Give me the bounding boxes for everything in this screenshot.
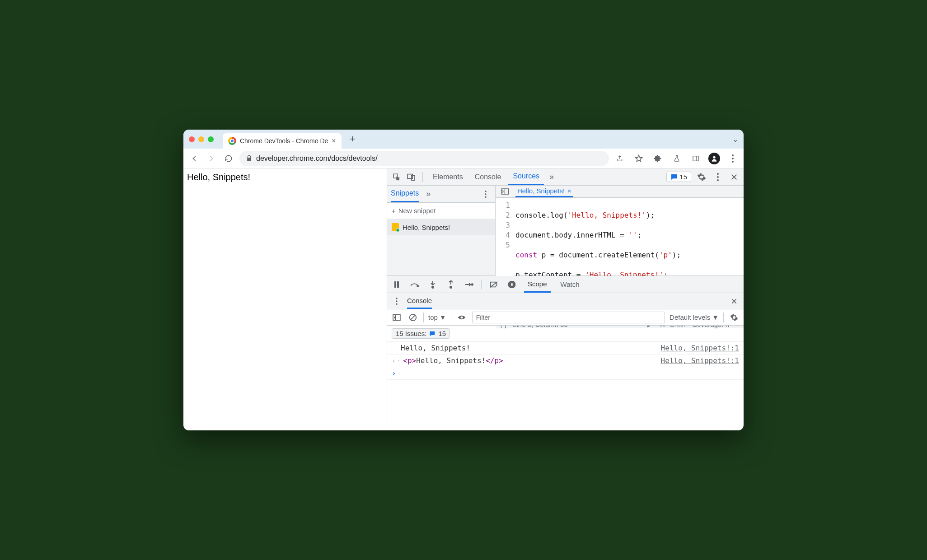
url-text: developer.chrome.com/docs/devtools/ — [256, 154, 378, 163]
console-source-link[interactable]: Hello, Snippets!:1 — [661, 356, 739, 365]
live-expression-icon[interactable] — [456, 312, 468, 323]
more-tabs-icon[interactable]: » — [547, 172, 557, 182]
sidepanel-icon[interactable] — [689, 152, 702, 165]
browser-tab[interactable]: Chrome DevTools - Chrome De × — [223, 133, 342, 149]
extensions-icon[interactable] — [651, 152, 664, 165]
line-number: 2 — [496, 210, 510, 220]
device-toggle-icon[interactable] — [405, 171, 417, 183]
console-settings-icon[interactable] — [728, 312, 740, 323]
snippets-column: Snippets » + New snippet Hello, Snippets… — [387, 186, 496, 275]
browser-window: Chrome DevTools - Chrome De × + ⌄ develo… — [183, 130, 744, 430]
expand-icon[interactable]: ‹· — [392, 356, 400, 365]
forward-button[interactable] — [205, 152, 218, 165]
console-prompt[interactable]: › — [387, 367, 744, 380]
editor-file-tab[interactable]: Hello, Snippets! × — [515, 186, 573, 197]
bookmark-icon[interactable] — [632, 152, 645, 165]
console-filter-input[interactable] — [472, 312, 665, 323]
snippet-file-icon — [392, 223, 399, 231]
svg-point-5 — [732, 161, 734, 163]
reload-button[interactable] — [222, 152, 235, 165]
pause-exceptions-icon[interactable] — [506, 279, 518, 290]
back-button[interactable] — [188, 152, 201, 165]
clear-console-icon[interactable] — [407, 312, 419, 323]
console-message: Hello, Snippets! — [401, 344, 470, 352]
new-tab-button[interactable]: + — [345, 133, 360, 145]
navigator-more-icon[interactable]: » — [423, 189, 433, 199]
maximize-window-button[interactable] — [208, 136, 214, 142]
close-tab-icon[interactable]: × — [332, 137, 336, 145]
step-into-icon[interactable] — [427, 279, 439, 290]
profile-avatar[interactable] — [708, 153, 720, 164]
debugger-bar: Scope Watch — [387, 276, 744, 293]
svg-rect-17 — [394, 281, 396, 288]
svg-rect-27 — [393, 314, 400, 320]
svg-point-11 — [717, 179, 719, 181]
log-levels-selector[interactable]: Default levels▼ — [670, 313, 719, 321]
step-out-icon[interactable] — [445, 279, 457, 290]
svg-point-10 — [717, 176, 719, 178]
chrome-icon — [228, 137, 236, 145]
line-number: 5 — [496, 240, 510, 250]
share-icon[interactable] — [613, 152, 626, 165]
chat-icon — [429, 331, 435, 337]
tab-elements[interactable]: Elements — [428, 168, 468, 185]
console-source-link[interactable]: Hello, Snippets!:1 — [661, 344, 739, 352]
svg-rect-8 — [412, 175, 415, 180]
watch-tab[interactable]: Watch — [557, 276, 583, 293]
svg-rect-15 — [502, 189, 509, 194]
console-row[interactable]: Hello, Snippets! Hello, Snippets!:1 — [387, 342, 744, 355]
address-bar: developer.chrome.com/docs/devtools/ — [183, 149, 744, 168]
issues-badge[interactable]: 15 — [666, 172, 691, 182]
drawer-menu-icon[interactable] — [391, 295, 403, 307]
navigator-menu-icon[interactable] — [480, 188, 492, 200]
step-icon[interactable] — [463, 279, 475, 290]
svg-point-9 — [717, 173, 719, 175]
new-snippet-button[interactable]: + New snippet — [387, 203, 495, 219]
labs-icon[interactable] — [670, 152, 683, 165]
editor-file-name: Hello, Snippets! — [517, 187, 565, 195]
prompt-icon: › — [392, 369, 396, 378]
line-number: 3 — [496, 220, 510, 230]
svg-point-22 — [471, 284, 473, 285]
drawer-issues-badge[interactable]: 15 Issues: 15 — [392, 328, 450, 339]
step-over-icon[interactable] — [409, 279, 421, 290]
tab-console[interactable]: Console — [470, 168, 506, 185]
svg-point-21 — [450, 286, 452, 288]
minimize-window-button[interactable] — [198, 136, 204, 142]
context-selector[interactable]: top▼ — [428, 313, 446, 321]
snippet-item-name: Hello, Snippets! — [403, 224, 450, 231]
tabs-dropdown-icon[interactable]: ⌄ — [732, 135, 738, 144]
new-snippet-label: New snippet — [398, 207, 436, 215]
deactivate-breakpoints-icon[interactable] — [488, 279, 500, 290]
tab-sources[interactable]: Sources — [508, 168, 544, 185]
devtools-menu-icon[interactable] — [712, 171, 724, 183]
drawer-issues-count: 15 — [438, 330, 446, 337]
snippets-tab[interactable]: Snippets — [391, 186, 419, 202]
snippet-item[interactable]: Hello, Snippets! — [387, 219, 495, 235]
devtools: Elements Console Sources » 15 — [387, 168, 744, 430]
omnibox[interactable]: developer.chrome.com/docs/devtools/ — [239, 151, 609, 166]
chrome-menu-icon[interactable] — [726, 152, 739, 165]
line-number: 4 — [496, 230, 510, 240]
console-row[interactable]: ‹· <p>Hello, Snippets!</p> Hello, Snippe… — [387, 355, 744, 367]
line-number: 1 — [496, 201, 510, 210]
inspect-icon[interactable] — [391, 171, 403, 183]
settings-icon[interactable] — [696, 171, 707, 183]
close-window-button[interactable] — [189, 136, 195, 142]
pause-icon[interactable] — [391, 279, 403, 290]
devtools-tabbar: Elements Console Sources » 15 — [387, 168, 744, 186]
page-pane: Hello, Snippets! — [183, 168, 387, 430]
editor-tabs: Hello, Snippets! × — [496, 186, 744, 198]
scope-tab[interactable]: Scope — [524, 276, 551, 293]
caret-down-icon: ▼ — [440, 313, 446, 321]
svg-point-19 — [417, 285, 418, 286]
close-devtools-icon[interactable] — [728, 171, 740, 183]
close-file-icon[interactable]: × — [567, 187, 571, 195]
svg-point-20 — [432, 286, 434, 288]
console-sidebar-icon[interactable] — [391, 312, 403, 323]
close-drawer-icon[interactable] — [728, 295, 740, 307]
toggle-navigator-icon[interactable] — [499, 186, 511, 197]
tab-title: Chrome DevTools - Chrome De — [240, 137, 328, 145]
editor-column: Hello, Snippets! × 1 2 3 4 5 console.log… — [496, 186, 744, 275]
drawer-console-tab[interactable]: Console — [407, 293, 432, 309]
